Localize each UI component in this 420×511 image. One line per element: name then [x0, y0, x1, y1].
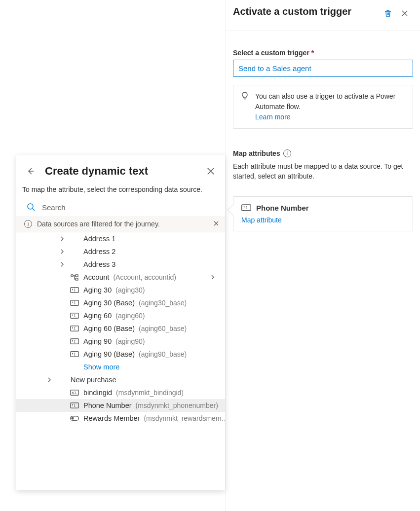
- tree-item[interactable]: bindingid (msdynmkt_bindingid): [16, 386, 225, 399]
- tree-item-label: Aging 30 (Base): [83, 299, 135, 307]
- tree-item-label: Aging 60: [83, 312, 112, 320]
- chevron-right-icon: [210, 273, 215, 281]
- tree-item-logical-name: (aging90): [115, 337, 145, 345]
- tree-item[interactable]: Aging 60 (Base) (aging60_base): [16, 322, 225, 335]
- tree-item-label: Aging 60 (Base): [83, 325, 135, 332]
- tree-item-label: Rewards Member: [83, 414, 140, 422]
- tree-item-label: Show more: [83, 363, 119, 371]
- tree-item-logical-name: (aging30_base): [139, 299, 187, 307]
- tree-item[interactable]: New purchase: [16, 373, 225, 386]
- field-type-icon: [70, 326, 79, 331]
- tree-item-label: Address 2: [83, 248, 115, 256]
- tree-item[interactable]: Rewards Member (msdynmkt_rewardsmem…: [16, 412, 225, 425]
- field-type-icon: [70, 416, 79, 421]
- search-icon: [26, 202, 36, 212]
- field-type-icon: [70, 338, 79, 344]
- attribute-name: Phone Number: [256, 204, 309, 212]
- field-type-icon: [70, 390, 79, 396]
- panel-title: Activate a custom trigger: [233, 5, 380, 18]
- delete-button[interactable]: [380, 5, 396, 22]
- field-type-icon: [70, 402, 79, 408]
- filter-message-bar: i Data sources are filtered for the jour…: [16, 216, 225, 232]
- tree-item-label: Aging 90 (Base): [83, 350, 135, 358]
- tree-item-logical-name: (msdynmkt_bindingid): [116, 389, 184, 397]
- tree-item-logical-name: (Account, accountid): [113, 273, 176, 281]
- tree-item[interactable]: Account (Account, accountid): [16, 271, 225, 284]
- info-callout: You can also use a trigger to activate a…: [233, 85, 413, 129]
- dismiss-filter-button[interactable]: [213, 220, 219, 228]
- filter-message-text: Data sources are filtered for the journe…: [37, 220, 160, 228]
- field-type-icon: [70, 300, 79, 306]
- map-attributes-desc: Each attribute must be mapped to a data …: [233, 161, 413, 182]
- tree-item[interactable]: Aging 60 (aging60): [16, 309, 225, 322]
- tree-item[interactable]: Aging 30 (Base) (aging30_base): [16, 296, 225, 309]
- field-type-icon: [70, 313, 79, 319]
- tree-item-label: New purchase: [71, 376, 116, 384]
- dynamic-text-popup: Create dynamic text To map the attribute…: [16, 155, 225, 490]
- field-type-icon: [70, 351, 79, 357]
- tree-item-label: Aging 90: [83, 337, 112, 345]
- tree-item[interactable]: Address 1: [16, 232, 225, 245]
- svg-rect-4: [76, 278, 78, 280]
- svg-rect-11: [71, 390, 79, 396]
- svg-point-2: [71, 275, 74, 277]
- popup-description: To map the attribute, select the corresp…: [16, 182, 225, 200]
- tree-item-label: Address 1: [83, 235, 115, 243]
- learn-more-link[interactable]: Learn more: [255, 113, 291, 121]
- tree-item-logical-name: (aging30): [115, 286, 145, 294]
- callout-text: You can also use a trigger to activate a…: [255, 92, 395, 110]
- info-icon[interactable]: i: [283, 149, 291, 157]
- tree-item-label: Address 3: [83, 260, 115, 268]
- lightbulb-icon: [240, 91, 249, 100]
- svg-point-1: [28, 204, 33, 209]
- tree-item-logical-name: (msdynmkt_rewardsmem…: [144, 414, 225, 422]
- chevron-right-icon: [59, 236, 66, 241]
- map-attributes-heading: Map attributes: [233, 149, 280, 157]
- attribute-tree[interactable]: Address 1Address 2Address 3Account (Acco…: [16, 232, 225, 490]
- popup-close-button[interactable]: [202, 163, 219, 180]
- tree-item-label: Aging 30: [83, 286, 112, 294]
- svg-point-14: [71, 417, 74, 420]
- tree-item-label: bindingid: [83, 389, 112, 397]
- trigger-field-label: Select a custom trigger: [233, 49, 413, 57]
- tree-item-label: Account: [83, 273, 109, 281]
- chevron-right-icon: [59, 249, 66, 254]
- popup-title: Create dynamic text: [45, 165, 196, 178]
- field-type-icon: [70, 287, 79, 293]
- tree-item[interactable]: Address 2: [16, 245, 225, 258]
- close-button[interactable]: [396, 5, 413, 22]
- attribute-card[interactable]: Phone Number Map attribute: [233, 196, 413, 231]
- tree-item-logical-name: (aging60_base): [139, 325, 187, 332]
- tree-item-logical-name: (aging60): [115, 312, 145, 320]
- show-more-link[interactable]: Show more: [16, 361, 225, 373]
- info-icon: i: [24, 220, 32, 228]
- map-attribute-link[interactable]: Map attribute: [241, 216, 405, 224]
- back-button[interactable]: [22, 163, 39, 180]
- field-type-icon: [241, 204, 251, 211]
- tree-item[interactable]: Phone Number (msdynmkt_phonenumber): [16, 399, 225, 412]
- field-type-icon: [70, 274, 79, 281]
- chevron-right-icon: [46, 377, 53, 382]
- svg-rect-3: [76, 275, 78, 277]
- tree-item-label: Phone Number: [83, 402, 132, 409]
- tree-item[interactable]: Aging 90 (Base) (aging90_base): [16, 348, 225, 361]
- chevron-right-icon: [59, 262, 66, 267]
- tree-item-logical-name: (msdynmkt_phonenumber): [136, 402, 218, 409]
- search-input[interactable]: [41, 203, 215, 212]
- tree-item[interactable]: Aging 30 (aging30): [16, 284, 225, 296]
- trigger-select[interactable]: Send to a Sales agent: [233, 60, 413, 77]
- tree-item-logical-name: (aging90_base): [139, 350, 187, 358]
- tree-item[interactable]: Address 3: [16, 258, 225, 271]
- tree-item[interactable]: Aging 90 (aging90): [16, 335, 225, 348]
